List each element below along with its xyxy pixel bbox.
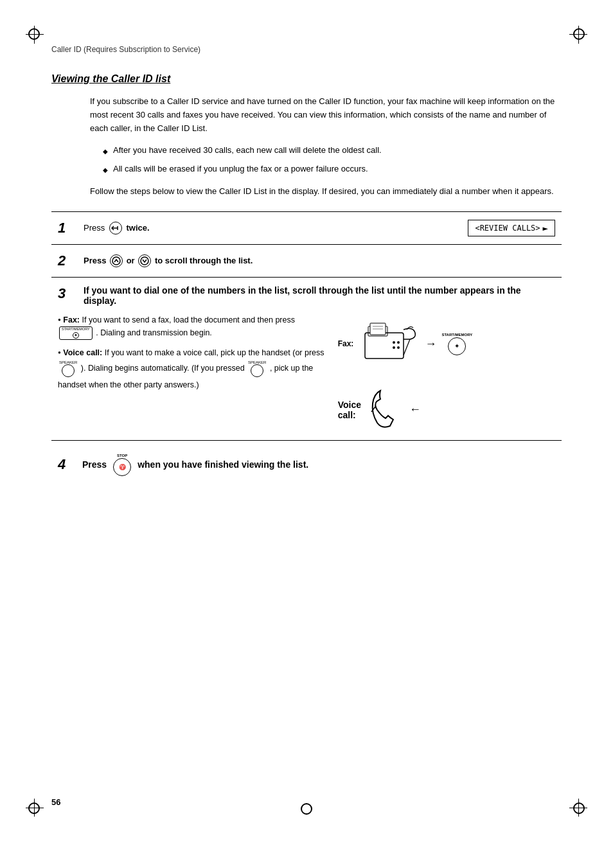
step-4-press: Press bbox=[82, 459, 107, 470]
fax-sub-text: If you want to send a fax, load the docu… bbox=[82, 315, 295, 324]
page-number: 56 bbox=[51, 797, 60, 807]
svg-point-2 bbox=[112, 257, 120, 265]
step-3-text-col: ● Fax: If you want to send a fax, load t… bbox=[58, 314, 332, 432]
voice-illustration: Voice call: ← bbox=[338, 387, 421, 432]
svg-point-10 bbox=[397, 346, 400, 349]
speaker-button-icon bbox=[62, 364, 75, 377]
start-memory-inline-icon: START/MEMORY ✦ bbox=[59, 326, 93, 340]
section-title: Viewing the Caller ID list bbox=[51, 73, 562, 85]
fax-illustration: Fax: bbox=[338, 320, 473, 368]
step-4: 4 Press STOP ♈ when you have finished vi… bbox=[51, 441, 562, 489]
step-1-content: Press twice. bbox=[84, 222, 460, 235]
step-2-suffix: to scroll through the list. bbox=[155, 256, 253, 265]
stop-badge: STOP ♈ bbox=[113, 454, 131, 476]
step-2-press: Press bbox=[84, 256, 109, 265]
bottom-center-mark bbox=[301, 803, 312, 817]
step-3-header-bold: If you want to dial one of the numbers i… bbox=[84, 285, 555, 306]
voice-call-label: call: bbox=[338, 410, 356, 420]
bullet-text-1: After you have received 30 calls, each n… bbox=[113, 144, 382, 157]
corner-mark-tl bbox=[26, 26, 45, 45]
svg-point-8 bbox=[397, 341, 400, 344]
svg-point-9 bbox=[393, 346, 395, 349]
voice-label: Voice bbox=[338, 400, 361, 410]
voice-subsection: ● Voice call: If you want to make a voic… bbox=[58, 346, 332, 391]
fax-label: Fax: bbox=[338, 339, 354, 348]
svg-point-7 bbox=[393, 341, 395, 344]
step-2-or: or bbox=[127, 256, 138, 265]
step-1-number: 1 bbox=[58, 220, 76, 236]
step-4-suffix: when you have finished viewing the list. bbox=[138, 459, 308, 470]
follow-text: Follow the steps below to view the Calle… bbox=[90, 185, 562, 199]
voice-arrow-icon: ← bbox=[409, 403, 421, 416]
svg-rect-4 bbox=[365, 333, 404, 359]
bullet-text-2: All calls will be erased if you unplug t… bbox=[113, 163, 368, 176]
corner-mark-br bbox=[568, 797, 587, 817]
step-3-details: ● Fax: If you want to send a fax, load t… bbox=[58, 314, 555, 432]
fax-suffix-text: . Dialing and transmission begin. bbox=[96, 328, 212, 337]
bullet-diamond-1: ◆ bbox=[103, 146, 108, 157]
steps-container: 1 Press twice. <REVIEW CALLS> bbox=[51, 211, 562, 489]
page-header: Caller ID (Requires Subscription to Serv… bbox=[51, 39, 562, 54]
bullet-item-2: ◆ All calls will be erased if you unplug… bbox=[103, 163, 562, 176]
menu-button-icon bbox=[109, 222, 122, 235]
step-1-row: 1 Press twice. <REVIEW CALLS> bbox=[51, 220, 562, 236]
step-2-content: Press or bbox=[84, 254, 555, 268]
start-memory-badge: START/MEMORY ✦ bbox=[441, 333, 472, 355]
step-2-number: 2 bbox=[58, 252, 76, 269]
speaker-button-icon-2 bbox=[251, 364, 263, 377]
fax-machine-svg bbox=[359, 320, 420, 368]
step-1-bold-text: twice. bbox=[126, 223, 149, 233]
bullet-diamond-2: ◆ bbox=[103, 165, 108, 175]
scroll-down-button-icon bbox=[138, 254, 151, 267]
handset-svg bbox=[368, 387, 403, 432]
fax-arrow-icon: → bbox=[425, 337, 436, 351]
intro-text: If you subscribe to a Caller ID service … bbox=[90, 95, 562, 135]
corner-mark-tr bbox=[568, 26, 587, 45]
step-1: 1 Press twice. <REVIEW CALLS> bbox=[51, 212, 562, 245]
display-arrow-icon: ► bbox=[543, 223, 548, 233]
scroll-up-button-icon bbox=[110, 254, 123, 267]
step-3-number: 3 bbox=[58, 285, 76, 302]
display-box: <REVIEW CALLS> ► bbox=[468, 220, 555, 236]
voice-mid-text: ). Dialing begins automatically. (If you… bbox=[81, 364, 247, 373]
svg-point-3 bbox=[141, 257, 148, 265]
corner-mark-bl bbox=[26, 797, 45, 817]
voice-label-container: Voice call: bbox=[338, 400, 361, 420]
voice-sub-text: If you want to make a voice call, pick u… bbox=[105, 348, 324, 357]
step-4-row: 4 Press STOP ♈ when you have finished vi… bbox=[51, 448, 562, 481]
step-3-content: 3 If you want to dial one of the numbers… bbox=[51, 285, 562, 432]
fax-subsection: ● Fax: If you want to send a fax, load t… bbox=[58, 314, 332, 340]
step-3-img-col: Fax: bbox=[332, 314, 555, 432]
display-text: <REVIEW CALLS> bbox=[475, 224, 540, 233]
page: Caller ID (Requires Subscription to Serv… bbox=[0, 0, 613, 868]
step-2-row: 2 Press or bbox=[51, 252, 562, 269]
step-4-number: 4 bbox=[58, 456, 76, 473]
bullet-list: ◆ After you have received 30 calls, each… bbox=[103, 144, 562, 176]
step-2: 2 Press or bbox=[51, 245, 562, 278]
step-3: 3 If you want to dial one of the numbers… bbox=[51, 278, 562, 441]
step-1-press-text: Press bbox=[84, 223, 105, 233]
step-3-header: 3 If you want to dial one of the numbers… bbox=[58, 285, 555, 306]
bullet-item-1: ◆ After you have received 30 calls, each… bbox=[103, 144, 562, 157]
